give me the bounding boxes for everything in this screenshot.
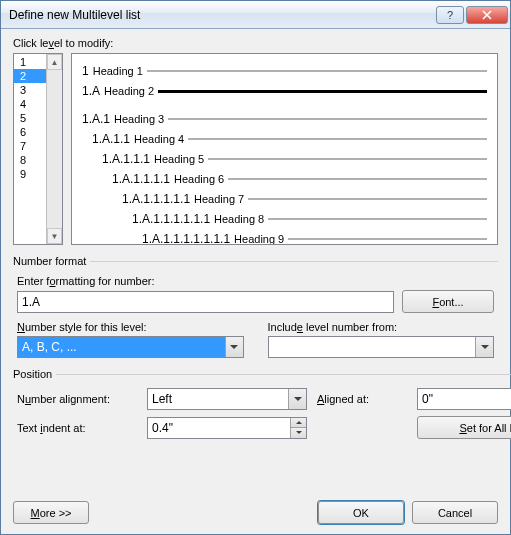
include-level-value	[269, 337, 476, 357]
preview-row: 1.A.1.1.1.1.1.1.1Heading 9	[82, 230, 487, 245]
dialog-footer: More >> OK Cancel	[1, 493, 510, 534]
scroll-up-icon[interactable]: ▲	[47, 54, 62, 70]
dialog-window: Define new Multilevel list ? Click level…	[0, 0, 511, 535]
number-format-group: Number format Enter formatting for numbe…	[13, 255, 498, 358]
scroll-down-icon[interactable]: ▼	[47, 228, 62, 244]
chevron-down-icon[interactable]	[288, 389, 306, 409]
number-alignment-combo[interactable]: Left	[147, 388, 307, 410]
level-listbox[interactable]: 123456789 ▲ ▼	[13, 53, 63, 245]
chevron-down-icon[interactable]	[225, 337, 243, 357]
spin-up-icon[interactable]	[291, 418, 306, 428]
level-item[interactable]: 9	[14, 167, 46, 181]
aligned-at-spinner[interactable]	[417, 388, 511, 410]
preview-row: 1.A.1.1.1.1Heading 6	[82, 170, 487, 188]
close-button[interactable]	[466, 6, 508, 24]
number-format-input[interactable]	[17, 291, 394, 313]
level-item[interactable]: 7	[14, 139, 46, 153]
level-item[interactable]: 8	[14, 153, 46, 167]
preview-row: 1.A.1.1.1.1.1.1Heading 8	[82, 210, 487, 228]
enter-formatting-label: Enter formatting for number:	[17, 275, 494, 287]
click-level-label: Click level to modify:	[13, 37, 498, 49]
titlebar: Define new Multilevel list ?	[1, 1, 510, 29]
more-button[interactable]: More >>	[13, 501, 89, 524]
include-level-label: Include level number from:	[268, 321, 495, 333]
window-title: Define new Multilevel list	[9, 8, 434, 22]
titlebar-buttons: ?	[434, 6, 508, 24]
cancel-button[interactable]: Cancel	[412, 501, 498, 524]
aligned-at-input[interactable]	[418, 389, 511, 409]
level-scrollbar[interactable]: ▲ ▼	[46, 54, 62, 244]
preview-row: 1Heading 1	[82, 62, 487, 80]
preview-pane: 1Heading 11.AHeading 21.A.1Heading 31.A.…	[71, 53, 498, 245]
number-format-legend: Number format	[13, 255, 90, 267]
position-legend: Position	[13, 368, 56, 380]
preview-row: 1.A.1.1.1.1.1Heading 7	[82, 190, 487, 208]
top-row: 123456789 ▲ ▼ 1Heading 11.AHeading 21.A.…	[13, 53, 498, 245]
close-icon	[482, 10, 492, 20]
font-button[interactable]: Font...	[402, 290, 494, 313]
dialog-body: Click level to modify: 123456789 ▲ ▼ 1He…	[1, 29, 510, 493]
number-alignment-label: Number alignment:	[17, 393, 137, 405]
preview-row: 1.A.1Heading 3	[82, 110, 487, 128]
number-style-label: Number style for this level:	[17, 321, 244, 333]
text-indent-label: Text indent at:	[17, 422, 137, 434]
chevron-down-icon[interactable]	[475, 337, 493, 357]
text-indent-spinner[interactable]	[147, 417, 307, 439]
help-button[interactable]: ?	[436, 6, 464, 24]
text-indent-input[interactable]	[148, 418, 290, 438]
spin-down-icon[interactable]	[291, 427, 306, 438]
position-group: Position Number alignment: Left Aligned …	[13, 368, 511, 439]
level-item[interactable]: 5	[14, 111, 46, 125]
set-all-levels-button[interactable]: Set for All Levels...	[417, 416, 511, 439]
level-item[interactable]: 4	[14, 97, 46, 111]
number-alignment-value: Left	[148, 389, 288, 409]
number-style-value: A, B, C, ...	[18, 337, 225, 357]
aligned-at-label: Aligned at:	[317, 393, 407, 405]
level-item[interactable]: 1	[14, 55, 46, 69]
ok-button[interactable]: OK	[318, 501, 404, 524]
preview-row: 1.A.1.1Heading 4	[82, 130, 487, 148]
include-level-combo[interactable]	[268, 336, 495, 358]
preview-row: 1.A.1.1.1Heading 5	[82, 150, 487, 168]
level-item[interactable]: 2	[14, 69, 46, 83]
level-item[interactable]: 6	[14, 125, 46, 139]
number-style-combo[interactable]: A, B, C, ...	[17, 336, 244, 358]
level-item[interactable]: 3	[14, 83, 46, 97]
preview-row: 1.AHeading 2	[82, 82, 487, 100]
